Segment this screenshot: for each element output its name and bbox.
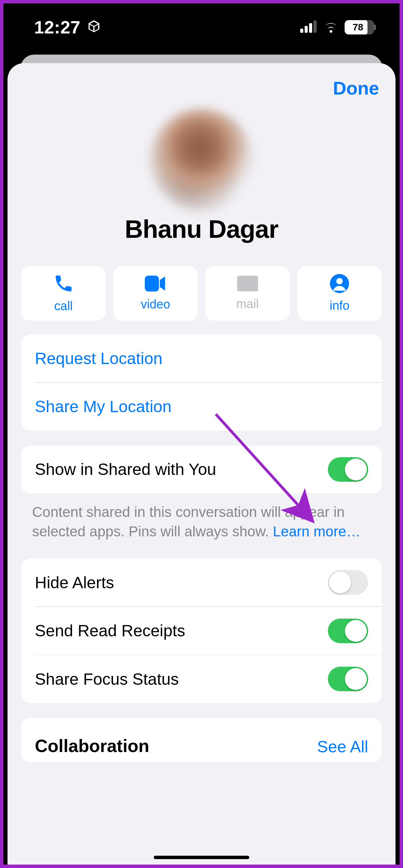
svg-point-6 <box>336 278 343 285</box>
request-location-row[interactable]: Request Location <box>21 334 382 382</box>
video-button[interactable]: video <box>113 266 198 321</box>
svg-rect-0 <box>300 29 303 33</box>
show-in-shared-toggle[interactable] <box>328 457 368 482</box>
mail-icon <box>237 276 258 293</box>
wifi-icon <box>322 20 340 34</box>
read-receipts-toggle[interactable] <box>328 619 368 643</box>
call-label: call <box>54 299 73 313</box>
status-bar: 12:27 78 <box>3 3 400 51</box>
svg-rect-1 <box>305 26 308 33</box>
cellular-icon <box>300 20 317 34</box>
contact-avatar[interactable] <box>150 109 253 211</box>
status-left: 12:27 <box>34 17 101 38</box>
focus-status-row: Share Focus Status <box>21 655 382 703</box>
contact-detail-sheet: Done Bhanu Dagar call video <box>8 63 395 865</box>
video-icon <box>145 275 166 293</box>
shared-with-you-group: Show in Shared with You <box>21 446 382 493</box>
collaboration-group: Collaboration See All <box>21 718 382 762</box>
done-button[interactable]: Done <box>333 77 379 99</box>
battery-indicator: 78 <box>345 20 376 34</box>
hide-alerts-toggle[interactable] <box>328 570 368 595</box>
show-in-shared-row: Show in Shared with You <box>21 446 382 493</box>
collaboration-see-all-button[interactable]: See All <box>317 737 368 756</box>
svg-rect-3 <box>314 20 317 33</box>
show-in-shared-label: Show in Shared with You <box>35 460 216 479</box>
battery-level: 78 <box>343 22 373 33</box>
svg-rect-4 <box>145 276 159 292</box>
contact-name: Bhanu Dagar <box>8 215 395 244</box>
hide-alerts-label: Hide Alerts <box>35 573 114 592</box>
request-location-label: Request Location <box>35 349 163 368</box>
info-button[interactable]: info <box>297 266 382 321</box>
video-label: video <box>141 297 170 312</box>
status-right: 78 <box>300 20 376 34</box>
focus-status-label: Share Focus Status <box>35 670 179 689</box>
package-icon <box>87 17 101 38</box>
read-receipts-label: Send Read Receipts <box>35 621 185 640</box>
mail-button: mail <box>205 266 290 321</box>
mail-label: mail <box>236 297 259 311</box>
location-group: Request Location Share My Location <box>21 334 382 431</box>
info-person-icon <box>330 274 349 294</box>
collaboration-header-row: Collaboration See All <box>21 718 382 762</box>
learn-more-link[interactable]: Learn more… <box>273 523 361 539</box>
call-button[interactable]: call <box>21 266 106 321</box>
share-my-location-label: Share My Location <box>35 397 171 416</box>
conversation-settings-group: Hide Alerts Send Read Receipts Share Foc… <box>21 559 382 703</box>
svg-rect-2 <box>309 23 312 33</box>
collaboration-title: Collaboration <box>35 736 149 756</box>
contact-profile: Bhanu Dagar <box>8 105 395 254</box>
status-time: 12:27 <box>34 17 81 38</box>
home-indicator[interactable] <box>154 856 249 859</box>
share-my-location-row[interactable]: Share My Location <box>21 383 382 431</box>
read-receipts-row: Send Read Receipts <box>21 607 382 655</box>
device-frame: 12:27 78 Done Bhanu Dagar <box>3 3 400 865</box>
sheet-nav: Done <box>8 63 395 105</box>
info-label: info <box>330 299 349 313</box>
hide-alerts-row: Hide Alerts <box>21 559 382 606</box>
phone-icon <box>54 274 73 295</box>
shared-footnote: Content shared in this conversation will… <box>32 502 371 542</box>
focus-status-toggle[interactable] <box>328 667 368 691</box>
action-button-row: call video mail info <box>8 254 395 334</box>
